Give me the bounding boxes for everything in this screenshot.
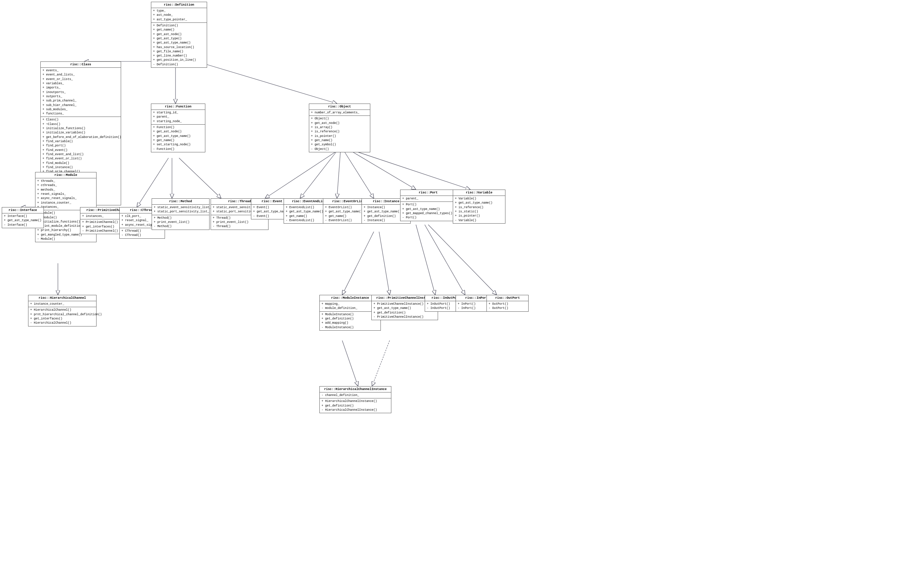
svg-line-16: [351, 151, 416, 190]
definition-title: risc::Definition: [151, 2, 207, 8]
method-title: risc::Method: [152, 199, 209, 205]
function-methods: + Function() + get_ast_node() + get_ast_…: [151, 125, 205, 152]
interface-title: risc::Interface: [2, 207, 44, 213]
hier-channel-box: risc::HierarchicalChannel + instance_cou…: [28, 295, 96, 326]
definition-box: risc::Definition + type_ + ast_node_ + a…: [151, 2, 207, 68]
object-methods: + Object() + get_ast_node() + is_array()…: [309, 116, 370, 152]
class-title: risc::Class: [41, 62, 121, 68]
port-title: risc::Port: [400, 190, 456, 196]
connections-svg: [0, 0, 921, 588]
svg-line-23: [342, 340, 358, 386]
port-box: risc::Port + parent_ + Port() + get_ast_…: [400, 190, 456, 221]
svg-line-17: [355, 151, 470, 190]
diagram-container: risc::Definition + type_ + ast_node_ + a…: [0, 0, 921, 588]
hier-channel-instance-title: risc::HierarchicalChannelInstance: [320, 386, 391, 393]
svg-line-11: [179, 158, 221, 198]
module-title: risc::Module: [36, 173, 96, 178]
variable-box: risc::Variable + Variable() + get_ast_ty…: [453, 190, 505, 224]
definition-attrs: + type_ + ast_node_ + ast_type_pointer_: [151, 8, 207, 23]
svg-line-13: [300, 151, 337, 198]
function-title: risc::Function: [151, 104, 205, 110]
hier-channel-instance-box: risc::HierarchicalChannelInstance - chan…: [319, 386, 391, 413]
svg-line-4: [197, 62, 337, 104]
hier-channel-attrs: + instance_counter_: [28, 301, 96, 307]
svg-line-22: [428, 225, 497, 295]
variable-title: risc::Variable: [453, 190, 505, 196]
hier-channel-methods: + HierarchicalChannel() + prnt_hierarchi…: [28, 307, 96, 326]
definition-methods: + Definition() + get_name() + get_ast_no…: [151, 23, 207, 67]
hier-channel-instance-methods: + HierarchicalChannelInstance() + get_de…: [320, 398, 391, 413]
port-attrs: + parent_: [400, 196, 456, 202]
function-box: risc::Function + starting_id_ + parent_ …: [151, 104, 205, 152]
out-port-title: risc::OutPort: [487, 295, 528, 301]
svg-line-14: [337, 151, 340, 198]
object-title: risc::Object: [309, 104, 370, 110]
hier-channel-instance-attrs: - channel_definition_: [320, 393, 391, 398]
svg-line-21: [425, 225, 465, 295]
method-attrs: + static_event_sensitivity_list_ + stati…: [152, 205, 209, 215]
interface-box: risc::Interface + Interface() + get_ast_…: [2, 207, 44, 228]
interface-methods: + Interface() + get_ast_type_name() - In…: [2, 213, 44, 228]
out-port-box: risc::OutPort + OutPort() - OutPort(): [487, 295, 529, 312]
module-attrs: + threads_ + cthreads_ + methods_ + rese…: [36, 178, 96, 210]
svg-line-24: [372, 340, 390, 386]
svg-line-19: [379, 232, 390, 295]
svg-line-20: [416, 225, 435, 295]
method-methods: + Method() + print_event_list() - Method…: [152, 215, 209, 230]
svg-line-15: [344, 151, 374, 198]
svg-line-18: [342, 232, 374, 295]
variable-methods: + Variable() + get_ast_type_name() + is_…: [453, 196, 505, 223]
function-attrs: + starting_id_ + parent_ + starting_node…: [151, 110, 205, 125]
out-port-methods: + OutPort() - OutPort(): [487, 301, 528, 311]
method-box: risc::Method + static_event_sensitivity_…: [151, 198, 210, 230]
class-attrs: + events_ + event_and_lists_ + event_or_…: [41, 68, 121, 117]
object-attrs: + number_of_array_elements_: [309, 110, 370, 116]
hier-channel-title: risc::HierarchicalChannel: [28, 295, 96, 301]
object-box: risc::Object + number_of_array_elements_…: [309, 104, 370, 152]
port-methods: + Port() + get_ast_type_name() + get_map…: [400, 202, 456, 220]
svg-line-12: [265, 151, 337, 198]
